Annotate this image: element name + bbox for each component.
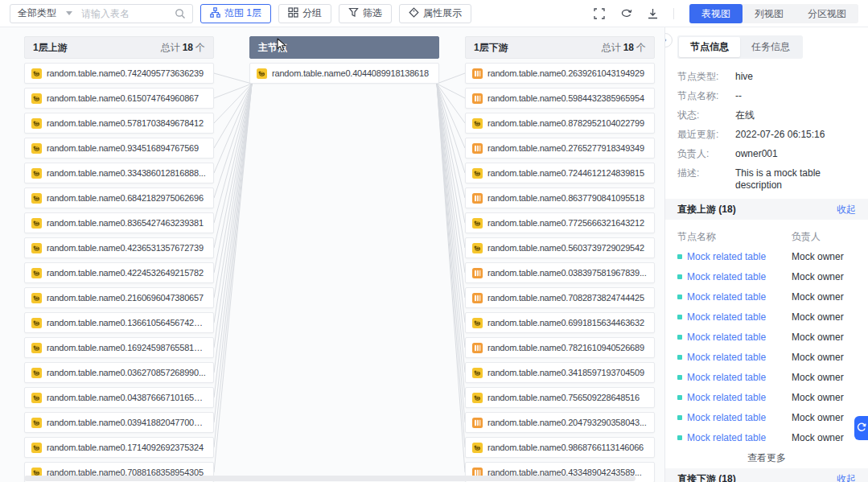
chevron-down-icon	[66, 11, 72, 15]
node-card[interactable]: random.table.name0.04387666710165039	[24, 387, 214, 408]
floating-sync-button[interactable]	[854, 416, 868, 440]
node-card[interactable]: random.table.name0.7725666321643212	[465, 212, 655, 233]
hive-icon	[31, 318, 42, 328]
teal-bullet-icon	[677, 435, 682, 440]
teal-bullet-icon	[677, 335, 682, 340]
refresh-icon[interactable]	[620, 8, 632, 19]
node-card[interactable]: random.table.name0.5781703849678412	[24, 113, 214, 134]
teal-bullet-icon	[677, 315, 682, 319]
node-card[interactable]: random.table.name0.934516894767569	[24, 138, 214, 159]
type-select[interactable]: 全部类型	[10, 6, 80, 20]
node-card[interactable]: random.table.name0.334386012816888...	[24, 163, 214, 183]
node-card[interactable]: random.table.name0.3418597193704509	[465, 362, 655, 383]
node-card[interactable]: random.table.name0.03941882047700651	[24, 412, 214, 433]
node-card[interactable]: random.table.name0.2765277918349349	[465, 138, 655, 159]
scope-button-label: 范围 1层	[224, 6, 261, 20]
node-card[interactable]: random.table.name0.6991815634463632	[465, 312, 655, 333]
view-more-link[interactable]: 查看更多	[677, 451, 856, 465]
horizontal-scrollbar[interactable]	[24, 476, 636, 481]
node-card[interactable]: random.table.name0.756509228648516	[465, 387, 655, 408]
collapse-link[interactable]: 收起	[837, 203, 856, 216]
tab-node-info[interactable]: 节点信息	[679, 37, 740, 57]
node-card[interactable]: random.table.name0.2160696047380657	[24, 287, 214, 308]
related-name-cell: Mock related table	[677, 311, 792, 323]
related-table: 节点名称 负责人 Mock related tableMock ownerMoc…	[677, 227, 856, 465]
node-card[interactable]: random.table.name0.9868766113146066	[465, 437, 655, 458]
field-row: 节点名称:--	[677, 90, 856, 102]
related-owner-cell: Mock owner	[792, 332, 844, 343]
field-value: hive	[735, 71, 856, 83]
node-card[interactable]: random.table.name0.7424095773636239	[24, 63, 214, 84]
node-card[interactable]: random.table.name0.4224532649215782	[24, 262, 214, 283]
node-label: random.table.name0.7725666321643212	[487, 218, 648, 228]
related-table-link[interactable]: Mock related table	[687, 412, 766, 423]
node-card[interactable]: random.table.name0.204793290358043...	[465, 412, 655, 433]
hive-icon	[31, 143, 42, 154]
node-label: random.table.name0.8365427463239381	[47, 218, 207, 228]
funnel-icon	[348, 7, 359, 20]
type-select-value: 全部类型	[18, 6, 56, 20]
node-card[interactable]: random.table.name0.7082873824744425	[465, 287, 655, 308]
node-card[interactable]: random.table.name0.7821610940526689	[465, 337, 655, 358]
node-card[interactable]: random.table.name0.4236531357672739	[24, 237, 214, 258]
hive-icon	[31, 193, 42, 204]
tab-partition-view[interactable]: 分区视图	[796, 4, 858, 23]
node-card[interactable]: random.table.name0.038397581967839...	[465, 262, 655, 283]
node-label: random.table.name0.334386012816888...	[47, 168, 207, 178]
related-table-link[interactable]: Mock related table	[687, 332, 766, 343]
node-card[interactable]: random.table.name0.8637790841095518	[465, 187, 655, 208]
node-card[interactable]: random.table.name0.6842182975062696	[24, 187, 214, 208]
filter-button[interactable]: 筛选	[339, 4, 392, 23]
node-label: random.table.name0.7821610940526689	[487, 343, 648, 352]
panel-collapse-handle[interactable]: ›	[664, 33, 673, 47]
field-label: 状态:	[677, 109, 735, 122]
table-icon	[472, 343, 483, 353]
fullscreen-icon[interactable]	[594, 8, 605, 19]
node-card[interactable]: random.table.name0.4044089918138618	[249, 63, 439, 84]
node-label: random.table.name0.4224532649215782	[47, 268, 207, 278]
tab-task-info[interactable]: 任务信息	[740, 37, 801, 57]
node-card[interactable]: random.table.name0.7244612124839815	[465, 163, 655, 183]
node-label: random.table.name0.6842182975062696	[47, 193, 207, 203]
node-card[interactable]: random.table.name0.8782952104022799	[465, 113, 655, 134]
downstream-title: 1层下游	[474, 41, 508, 55]
related-row: Mock related tableMock owner	[677, 387, 856, 407]
hive-icon	[472, 218, 483, 229]
related-table-link[interactable]: Mock related table	[687, 291, 766, 303]
related-table-link[interactable]: Mock related table	[687, 372, 766, 383]
node-card[interactable]: random.table.name0.615074764960867	[24, 88, 214, 109]
direct-upstream-section-header: 直接上游 (18) 收起	[665, 199, 868, 220]
node-card[interactable]: random.table.name0.13661056456742315	[24, 312, 214, 333]
related-table-link[interactable]: Mock related table	[687, 432, 766, 443]
field-row: 描述:This is a mock table description	[677, 167, 856, 192]
related-table-link[interactable]: Mock related table	[687, 392, 766, 403]
tab-column-view[interactable]: 列视图	[743, 4, 796, 23]
collapse-link[interactable]: 收起	[837, 472, 856, 482]
search-input[interactable]	[80, 7, 168, 20]
tab-table-view[interactable]: 表视图	[689, 4, 743, 23]
node-card[interactable]: random.table.name0.5603739729029542	[465, 237, 655, 258]
field-row: 负责人:owner001	[677, 148, 856, 160]
node-card[interactable]: random.table.name0.036270857268990...	[24, 362, 214, 383]
node-card[interactable]: random.table.name0.2639261043194929	[465, 63, 655, 84]
node-card[interactable]: random.table.name0.8365427463239381	[24, 212, 214, 233]
related-table-link[interactable]: Mock related table	[687, 251, 766, 262]
filter-button-label: 筛选	[363, 6, 382, 20]
hive-icon	[31, 443, 42, 453]
share-network-icon	[210, 7, 220, 20]
node-card[interactable]: random.table.name0.5984432385965954	[465, 88, 655, 109]
node-card[interactable]: random.table.name0.1714092692375324	[24, 437, 214, 458]
attr-display-button-label: 属性展示	[423, 6, 462, 20]
related-table-link[interactable]: Mock related table	[687, 311, 766, 323]
teal-bullet-icon	[677, 254, 682, 259]
related-table-link[interactable]: Mock related table	[687, 271, 766, 282]
related-table-link[interactable]: Mock related table	[687, 352, 766, 363]
node-card[interactable]: random.table.name0.16924598765581478	[24, 337, 214, 358]
field-label: 节点类型:	[677, 71, 735, 83]
scope-button[interactable]: 范围 1层	[200, 4, 271, 23]
hive-icon	[31, 68, 42, 79]
attr-display-button[interactable]: 属性展示	[399, 4, 471, 23]
group-button[interactable]: 分组	[278, 4, 331, 23]
lineage-canvas[interactable]: 1层上游 总计18个 random.table.name0.7424095773…	[0, 27, 664, 482]
download-icon[interactable]	[648, 8, 658, 19]
